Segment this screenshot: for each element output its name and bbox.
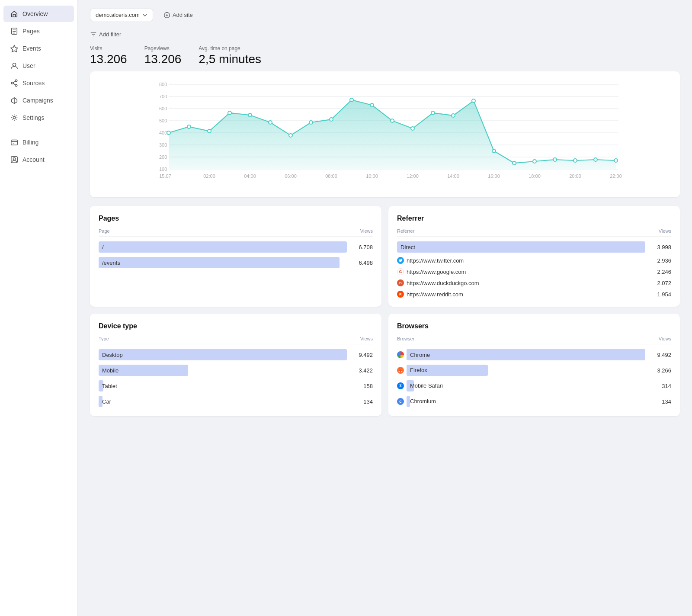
chrome-icon (397, 351, 404, 358)
svg-text:300: 300 (159, 142, 167, 148)
referrer-table-header: Referrer Views (397, 228, 671, 237)
sidebar-item-sources[interactable]: Sources (3, 75, 74, 91)
pages-card: Pages Page Views / 6.708 /event (90, 206, 381, 307)
bar-label: Car (99, 398, 111, 405)
table-row: Chrome 9.492 (397, 347, 671, 363)
referrer-card: Referrer Referrer Views Direct 3.998 (388, 206, 680, 307)
bar-container: G https://www.google.com (397, 268, 645, 275)
table-row: C Chromium 134 (397, 394, 671, 409)
svg-point-2 (13, 63, 16, 66)
chart-dot (391, 119, 394, 122)
bar-container: C Chromium (397, 396, 645, 407)
sidebar-item-user-label: User (22, 62, 35, 69)
row-value: 1.954 (652, 291, 671, 298)
svg-rect-7 (11, 140, 17, 145)
site-selector[interactable]: demo.alceris.com (90, 9, 153, 21)
chart-dot (492, 149, 496, 153)
chart-dot (594, 158, 597, 161)
bar-bg: Tablet (99, 380, 347, 391)
firefox-icon: 🦊 (397, 367, 404, 374)
sidebar-item-events[interactable]: Events (3, 40, 74, 57)
cards-grid: Pages Page Views / 6.708 /event (90, 206, 680, 416)
svg-text:12:00: 12:00 (407, 173, 419, 179)
table-row: Direct 3.998 (397, 239, 671, 255)
chart-dot (187, 125, 191, 128)
bar-container: Mobile (99, 365, 347, 376)
row-value: 134 (354, 398, 373, 405)
bar-bg: / (99, 241, 347, 253)
chevron-down-icon (142, 13, 147, 18)
sidebar-item-user[interactable]: User (3, 58, 74, 74)
sidebar-item-settings-label: Settings (22, 114, 45, 121)
svg-text:700: 700 (159, 94, 167, 99)
chart-dot (228, 111, 231, 115)
sidebar-item-billing[interactable]: Billing (3, 134, 74, 151)
main-content: demo.alceris.com Add site Add filter Vis… (78, 0, 692, 616)
plus-circle-icon (163, 12, 170, 19)
bar-container: /events (99, 257, 347, 268)
table-row: / 6.708 (99, 239, 373, 255)
bar-container: Desktop (99, 349, 347, 360)
avg-time-value: 2,5 minutes (199, 52, 261, 66)
visits-value: 13.206 (90, 52, 127, 66)
bar-bg: Desktop (99, 349, 347, 360)
chart-dot (248, 113, 252, 117)
referrer-link: https://www.reddit.com (407, 291, 463, 298)
visits-label: Visits (90, 45, 127, 51)
svg-text:800: 800 (159, 82, 167, 87)
chart-dot (269, 121, 272, 124)
chart-card: 800 700 600 500 400 300 200 100 (90, 71, 680, 197)
duckduckgo-icon: D (397, 279, 404, 286)
row-value: 2.246 (652, 269, 671, 275)
sidebar-item-pages[interactable]: Pages (3, 23, 74, 39)
add-site-button[interactable]: Add site (158, 9, 198, 21)
table-row: R https://www.reddit.com 1.954 (397, 289, 671, 300)
bar-bg-outer: Chromium (407, 396, 645, 407)
google-icon: G (397, 268, 404, 275)
chart-dot (350, 98, 353, 102)
chart-dot (573, 159, 577, 162)
pages-col-page: Page (99, 228, 110, 234)
bar-container: D https://www.duckduckgo.com (397, 279, 645, 286)
add-filter-label: Add filter (99, 31, 121, 38)
browsers-col-browser: Browser (397, 336, 414, 341)
table-row: Car 134 (99, 394, 373, 409)
pages-col-views: Views (360, 228, 373, 234)
bar-container: 🦊 Firefox (397, 365, 645, 376)
svg-text:100: 100 (159, 167, 167, 172)
billing-icon (10, 138, 18, 146)
sidebar-item-pages-label: Pages (22, 28, 40, 35)
sidebar-item-settings[interactable]: Settings (3, 109, 74, 126)
bar-fill (99, 349, 347, 360)
sidebar-item-billing-label: Billing (22, 139, 38, 146)
svg-point-3 (11, 82, 13, 84)
sidebar-item-account[interactable]: Account (3, 151, 74, 168)
bar-label: Desktop (99, 352, 123, 358)
stat-visits: Visits 13.206 (90, 45, 127, 66)
chart-dot (289, 134, 292, 137)
bar-container: https://www.twitter.com (397, 257, 645, 264)
sidebar-item-account-label: Account (22, 156, 45, 163)
stat-pageviews: Pageviews 13.206 (144, 45, 182, 66)
chart-dot (167, 131, 170, 135)
pages-table-header: Page Views (99, 228, 373, 237)
chart-dot (533, 160, 536, 163)
svg-text:10:00: 10:00 (366, 173, 378, 179)
row-value: 6.708 (354, 244, 373, 250)
sidebar-item-overview[interactable]: Overview (3, 6, 74, 22)
browsers-card: Browsers Browser Views Chrome 9.492 (388, 314, 680, 416)
stats-row: Visits 13.206 Pageviews 13.206 Avg. time… (90, 45, 680, 66)
bar-container: Car (99, 396, 347, 407)
add-filter-button[interactable]: Add filter (90, 28, 121, 40)
bar-bg: Chrome (407, 349, 645, 360)
sidebar-item-campaigns[interactable]: Campaigns (3, 92, 74, 109)
svg-text:22:00: 22:00 (610, 173, 622, 179)
svg-text:15.07: 15.07 (159, 173, 171, 179)
user-icon (10, 62, 18, 70)
bar-label: Chrome (410, 352, 430, 358)
table-row: ⧖ Mobile Safari 314 (397, 378, 671, 394)
row-value: 3.998 (652, 244, 671, 250)
chart-dot (452, 114, 455, 117)
bar-container: Direct (397, 241, 645, 253)
svg-point-9 (13, 158, 15, 160)
